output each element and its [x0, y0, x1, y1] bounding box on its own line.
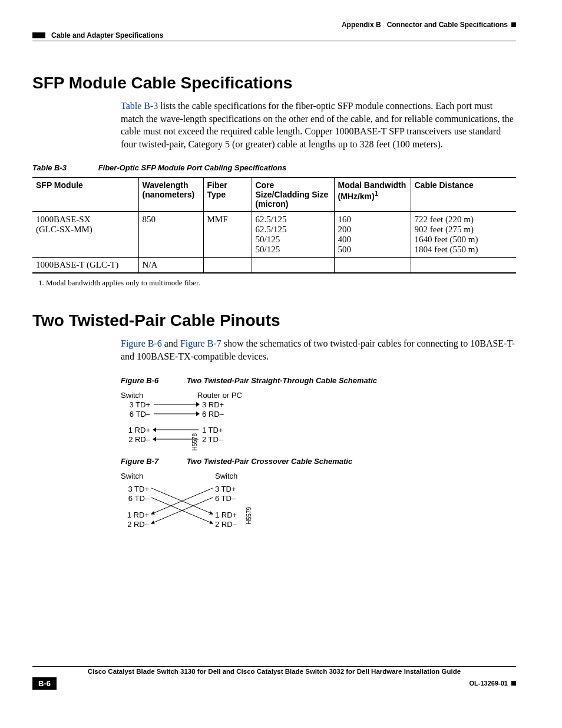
cell: [252, 258, 334, 274]
cell: 160 200 400 500: [334, 212, 411, 258]
th-cable-distance: Cable Distance: [411, 177, 516, 212]
pin: 2 RD–: [215, 520, 237, 529]
pin: 3 TD+: [215, 485, 236, 493]
table-b3-caption: Table B-3 Fiber-Optic SFP Module Port Ca…: [32, 163, 516, 172]
pin-left: 3 TD+: [121, 400, 153, 409]
pin: 2 RD–: [121, 520, 149, 529]
arrow-icon: [153, 426, 200, 433]
figure-b7-caption: Figure B-7 Two Twisted-Pair Crossover Ca…: [121, 457, 516, 466]
cell: 722 feet (220 m) 902 feet (275 m) 1640 f…: [411, 212, 516, 258]
pin-right: 2 TD–: [200, 435, 237, 444]
pin: 1 RD+: [215, 510, 237, 519]
sfp-intro-paragraph: Table B-3 lists the cable specifications…: [121, 100, 516, 150]
cell: MMF: [203, 212, 252, 258]
table-header-row: SFP Module Wavelength (nanometers) Fiber…: [32, 177, 516, 212]
fig-caption-num: Figure B-6: [121, 376, 184, 385]
fig2-head-right: Switch: [215, 472, 237, 480]
header-marker-icon: [511, 22, 516, 27]
figure-b6-link[interactable]: Figure B-6: [121, 338, 162, 348]
section-running-title: Cable and Adapter Specifications: [51, 31, 163, 39]
cell: [203, 258, 252, 274]
figure-b7-schematic: Switch Switch 3 TD+ 3 TD+ 6 TD– 6 TD– 1 …: [121, 472, 516, 548]
pin: 1 RD+: [121, 510, 149, 519]
th-core-size: Core Size/Cladding Size (micron): [252, 177, 334, 212]
pin-right: 3 RD+: [200, 400, 237, 409]
arrow-icon: [153, 401, 200, 408]
th-fiber-type: Fiber Type: [203, 177, 252, 212]
table-footnote: 1. Modal bandwidth applies only to multi…: [38, 278, 516, 288]
table-row: 1000BASE-T (GLC-T) N/A: [32, 258, 516, 274]
section-heading-pinouts: Two Twisted-Pair Cable Pinouts: [32, 311, 516, 330]
crossover-lines-icon: [150, 485, 214, 529]
fig1-head-left: Switch: [121, 391, 180, 400]
sfp-spec-table: SFP Module Wavelength (nanometers) Fiber…: [32, 177, 516, 274]
cell: 850: [138, 212, 203, 258]
cell: N/A: [138, 258, 203, 274]
th-modal-bw: Modal Bandwidth (MHz/km)1: [334, 177, 411, 212]
pin-left: 1 RD+: [121, 426, 153, 434]
pin: 3 TD+: [121, 485, 149, 493]
table-caption-num: Table B-3: [32, 163, 96, 172]
schematic-row: 3 TD+3 RD+: [121, 400, 516, 409]
fig1-head-right: Router or PC: [197, 391, 256, 400]
header-bar-icon: [32, 32, 45, 38]
running-header-right: Appendix B Connector and Cable Specifica…: [32, 21, 516, 29]
cell: 1000BASE-T (GLC-T): [32, 258, 138, 274]
cell: [411, 258, 516, 274]
fig1-side-label: H5578: [191, 433, 198, 450]
fig-caption-text: Two Twisted-Pair Straight-Through Cable …: [187, 376, 377, 385]
pinouts-intro-paragraph: Figure B-6 and Figure B-7 show the schem…: [121, 337, 516, 363]
footer-marker-icon: [511, 681, 516, 686]
appendix-label: Appendix B: [342, 21, 381, 29]
section-heading-sfp: SFP Module Cable Specifications: [32, 74, 516, 93]
fig2-head-left: Switch: [121, 472, 143, 480]
cell: [334, 258, 411, 274]
footer-doc-title: Cisco Catalyst Blade Switch 3130 for Del…: [32, 668, 516, 675]
figure-b7-link[interactable]: Figure B-7: [180, 338, 222, 348]
figure-b6-caption: Figure B-6 Two Twisted-Pair Straight-Thr…: [121, 376, 516, 385]
running-header-left: Cable and Adapter Specifications: [32, 31, 516, 41]
page-number-badge: B-6: [32, 677, 57, 690]
page-footer: Cisco Catalyst Blade Switch 3130 for Del…: [32, 666, 516, 690]
pin-right: 1 TD+: [200, 426, 237, 434]
pin: 6 TD–: [215, 494, 236, 503]
fig-caption-text: Two Twisted-Pair Crossover Cable Schemat…: [187, 457, 353, 466]
figure-b6-schematic: Switch Router or PC 3 TD+3 RD+6 TD–6 RD–…: [121, 391, 516, 444]
footer-doc-id: OL-13269-01: [470, 680, 508, 687]
table-row: 1000BASE-SX (GLC-SX-MM) 850 MMF 62.5/125…: [32, 212, 516, 258]
fig2-side-label: H5579: [246, 507, 252, 524]
table-caption-text: Fiber-Optic SFP Module Port Cabling Spec…: [98, 163, 287, 172]
pin-left: 2 RD–: [121, 435, 153, 444]
pin-right: 6 RD–: [200, 410, 237, 419]
sfp-intro-text: lists the cable specifications for the f…: [121, 101, 514, 149]
svg-marker-7: [153, 437, 156, 442]
cell: 62.5/125 62.5/125 50/125 50/125: [252, 212, 334, 258]
table-b3-link[interactable]: Table B-3: [121, 101, 158, 111]
svg-marker-5: [153, 427, 156, 432]
schematic-row: 1 RD+1 TD+: [121, 426, 516, 434]
cell: 1000BASE-SX (GLC-SX-MM): [32, 212, 138, 258]
fig-caption-num: Figure B-7: [121, 457, 184, 466]
arrow-icon: [153, 410, 200, 417]
th-wavelength: Wavelength (nanometers): [138, 177, 203, 212]
pin-left: 6 TD–: [121, 410, 153, 419]
pin: 6 TD–: [121, 494, 149, 503]
schematic-row: 2 RD–2 TD–: [121, 435, 516, 444]
schematic-row: 6 TD–6 RD–: [121, 410, 516, 419]
th-sfp-module: SFP Module: [32, 177, 138, 212]
appendix-title: Connector and Cable Specifications: [387, 21, 508, 29]
